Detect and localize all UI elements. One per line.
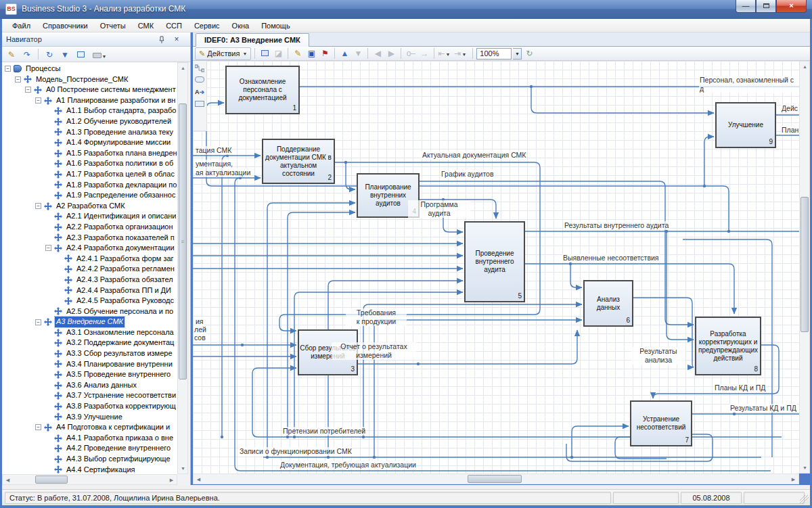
- tree-item[interactable]: А1.6 Разработка политики в об: [2, 158, 177, 169]
- undo-icon[interactable]: ↷: [20, 48, 34, 60]
- tree-item[interactable]: А1.1 Выбор стандарта, разрабо: [2, 106, 177, 116]
- save-icon[interactable]: ▣: [305, 48, 317, 60]
- tree-item[interactable]: А2.4.2 Разработка регламен: [2, 264, 177, 275]
- print-icon[interactable]: ▼: [89, 48, 110, 60]
- scroll-right-arrow[interactable]: ▶: [166, 475, 177, 485]
- tree-item[interactable]: А2.4.3 Разработка обязател: [2, 275, 177, 285]
- menu-item[interactable]: Сервис: [188, 19, 226, 32]
- tree-item[interactable]: А2.3 Разработка показателей п: [2, 233, 177, 244]
- tree-item[interactable]: А2.2 Разработка организацион: [2, 222, 177, 233]
- expander-icon[interactable]: −: [15, 76, 21, 83]
- tree-item[interactable]: −Модель_Построение_СМК: [2, 74, 177, 85]
- close-panel-icon[interactable]: ×: [171, 34, 182, 45]
- canvas-vscrollbar[interactable]: ▲ ▼: [799, 61, 810, 474]
- up-level-icon[interactable]: ▲: [338, 48, 351, 60]
- flag-icon[interactable]: ⚑: [319, 48, 331, 60]
- menu-item[interactable]: Помощь: [255, 19, 296, 32]
- tree-item[interactable]: А1.8 Разработка декларации по: [2, 180, 177, 191]
- expander-icon[interactable]: −: [35, 203, 41, 209]
- rect-tool-icon[interactable]: [194, 101, 206, 112]
- zoom-dropdown-arrow[interactable]: ▼: [513, 48, 522, 60]
- tree-item[interactable]: А1.3 Проведение анализа теку: [2, 127, 177, 138]
- tree-item[interactable]: А3.3 Сбор результатов измере: [2, 348, 177, 359]
- tree-item[interactable]: А4.3 Выбор сертифицирующе: [2, 454, 177, 465]
- scroll-left-arrow[interactable]: ◀: [3, 475, 13, 485]
- tree-hscrollbar[interactable]: ◀ ▶: [2, 474, 177, 485]
- edit-icon[interactable]: ✎: [5, 48, 18, 60]
- edit-diagram-icon[interactable]: ✎: [292, 48, 304, 60]
- tree-item[interactable]: А1.9 Распределение обязаннос: [2, 190, 177, 201]
- filter-icon[interactable]: ▼: [58, 48, 72, 60]
- expander-icon[interactable]: −: [45, 245, 51, 251]
- tree-item[interactable]: А3.5 Проведение внутреннего: [2, 369, 177, 380]
- expander-icon[interactable]: −: [5, 66, 11, 72]
- tree-item[interactable]: А3.4 Планирование внутренни: [2, 359, 177, 370]
- tree-item[interactable]: −А4 Подготовка к сертификации и: [2, 422, 177, 433]
- diagram-block[interactable]: Поддержание документации СМК в актуально…: [262, 139, 335, 184]
- actions-button[interactable]: ✎ Действия ▼: [195, 47, 251, 60]
- tree-item[interactable]: А2.5 Обучение персонала и по: [2, 306, 177, 317]
- tree-item[interactable]: А1.2 Обучение руководителей: [2, 116, 177, 127]
- tree-item[interactable]: А2.4.1 Разработка форм заг: [2, 254, 177, 264]
- scroll-up-arrow[interactable]: ▲: [800, 62, 810, 72]
- canvas-hscrollbar[interactable]: ◀ ▶: [193, 474, 799, 484]
- scroll-left-arrow[interactable]: ◀: [194, 474, 204, 484]
- expander-icon[interactable]: −: [35, 424, 41, 430]
- diagram-canvas[interactable]: Ознакомление персонала с документацией1П…: [193, 61, 799, 474]
- diagram-block[interactable]: Анализ данных6: [583, 280, 633, 327]
- tree-item[interactable]: А4.4 Сертификация: [2, 465, 177, 474]
- tree-item[interactable]: А2.4.5 Разработка Руководс: [2, 296, 177, 306]
- tree-item[interactable]: −А1 Планирование разработки и вн: [2, 95, 177, 106]
- tree-item[interactable]: А3.7 Устранение несоответстви: [2, 390, 177, 401]
- refresh-diagram-icon[interactable]: ↻: [523, 48, 535, 60]
- scroll-thumb[interactable]: [468, 475, 522, 483]
- tree-item[interactable]: А3.6 Анализ данных: [2, 380, 177, 391]
- diagram-block[interactable]: Проведение внутреннего аудита5: [464, 221, 525, 302]
- tab-diagram[interactable]: IDEF0: А3 Внедрение СМК: [196, 33, 309, 47]
- tree-item[interactable]: А4.1 Разработка приказа о вне: [2, 433, 177, 444]
- resize-grip[interactable]: [800, 495, 809, 504]
- diagram-block[interactable]: Разработка корректирующих и предупреждаю…: [695, 317, 761, 375]
- tree-item[interactable]: −А2.4 Разработка документации: [2, 243, 177, 254]
- tree-item[interactable]: А4.2 Проведение внутреннего: [2, 443, 177, 454]
- diagram-block[interactable]: Ознакомление персонала с документацией1: [225, 66, 300, 114]
- scroll-thumb[interactable]: [800, 197, 809, 332]
- minimize-button[interactable]: —: [736, 0, 756, 13]
- text-tool-icon[interactable]: A➔: [194, 89, 206, 99]
- tree-item[interactable]: А2.4.4 Разработка ПП и ДИ: [2, 285, 177, 296]
- window-icon[interactable]: [74, 48, 87, 60]
- expander-icon[interactable]: −: [25, 87, 31, 93]
- connector-tool-icon[interactable]: [194, 64, 206, 75]
- menu-item[interactable]: Справочники: [37, 19, 94, 32]
- scroll-down-arrow[interactable]: ▼: [800, 463, 810, 473]
- scroll-right-arrow[interactable]: ▶: [788, 474, 798, 484]
- menu-item[interactable]: Отчеты: [94, 19, 132, 32]
- tree-item[interactable]: А1.7 Разработка целей в облас: [2, 169, 177, 180]
- tree-item[interactable]: −А3 Внедрение СМК: [2, 317, 177, 327]
- menu-item[interactable]: ССП: [160, 19, 188, 32]
- tree-item[interactable]: −Процессы: [2, 64, 177, 74]
- properties-icon[interactable]: [258, 48, 271, 60]
- tree-item[interactable]: −А2 Разработка СМК: [2, 201, 177, 212]
- pin-icon[interactable]: [158, 34, 167, 44]
- maximize-button[interactable]: [756, 0, 776, 13]
- scroll-up-arrow[interactable]: ▲: [178, 63, 188, 73]
- tree-vscrollbar[interactable]: ▲ ▼ ≡: [177, 62, 188, 474]
- tree-item[interactable]: А1.5 Разработка плана внедрен: [2, 148, 177, 159]
- tree-item[interactable]: А3.1 Ознакомление персонала: [2, 327, 177, 338]
- tree-item[interactable]: А2.1 Идентификация и описани: [2, 211, 177, 222]
- scroll-down-arrow[interactable]: ▼: [178, 463, 188, 474]
- menu-item[interactable]: СМК: [132, 19, 160, 32]
- tree-item[interactable]: А3.8 Разработка корректирующ: [2, 401, 177, 412]
- zoom-combobox[interactable]: 100%: [476, 48, 512, 60]
- diagram-block[interactable]: Устранение несоответствий7: [630, 400, 692, 446]
- rounded-rect-tool-icon[interactable]: [194, 76, 206, 87]
- tree-item[interactable]: А3.9 Улучшение: [2, 412, 177, 423]
- menu-item[interactable]: Файл: [6, 19, 37, 32]
- close-button[interactable]: ×: [776, 0, 807, 13]
- scroll-thumb[interactable]: [35, 476, 68, 484]
- expander-icon[interactable]: −: [35, 97, 41, 103]
- diagram-block[interactable]: Улучшение9: [715, 102, 776, 148]
- tree-item[interactable]: А1.4 Формулирование миссии: [2, 137, 177, 148]
- menu-item[interactable]: Окна: [226, 19, 256, 32]
